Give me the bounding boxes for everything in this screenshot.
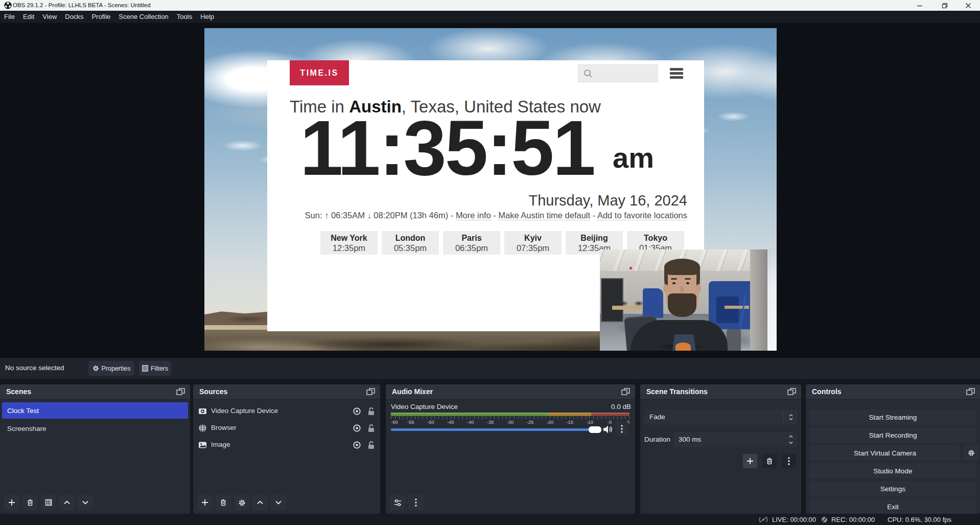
- studio-mode-button[interactable]: Studio Mode: [810, 463, 976, 478]
- audio-mixer-panel: Audio Mixer Video Capture Device 0.0 dB …: [386, 384, 635, 514]
- move-scene-up-button[interactable]: [59, 495, 75, 510]
- move-scene-down-button[interactable]: [78, 495, 93, 510]
- settings-button[interactable]: Settings: [810, 481, 976, 496]
- scenes-title: Scenes: [6, 387, 31, 396]
- volume-meter: [391, 413, 629, 416]
- visibility-icon[interactable]: [353, 441, 361, 449]
- current-time: 11:35:51: [300, 103, 658, 185]
- menu-profile[interactable]: Profile: [87, 11, 114, 23]
- docks-area: Scenes Clock Test Screenshare: [0, 379, 980, 514]
- source-status-text: No source selected: [5, 364, 64, 372]
- lock-icon[interactable]: [367, 424, 375, 432]
- remove-transition-button[interactable]: [762, 454, 777, 468]
- city-kyiv[interactable]: Kyiv07:35pm: [504, 231, 562, 255]
- add-source-button[interactable]: [197, 495, 213, 510]
- preview-area: TIME.IS Time in Austin, Texas, United St…: [0, 23, 980, 358]
- mixer-menu-button[interactable]: [408, 495, 424, 510]
- source-properties-button[interactable]: [234, 495, 249, 510]
- start-streaming-button[interactable]: Start Streaming: [810, 409, 976, 425]
- scene-item-clock-test[interactable]: Clock Test: [2, 402, 188, 419]
- close-button[interactable]: [956, 0, 980, 11]
- city-new-york[interactable]: New York12:35pm: [320, 231, 378, 255]
- make-default-link[interactable]: Make Austin time default: [498, 211, 590, 220]
- menu-view[interactable]: View: [38, 11, 61, 23]
- timeis-logo[interactable]: TIME.IS: [290, 60, 349, 85]
- spin-down-icon[interactable]: [788, 440, 794, 445]
- more-info-link[interactable]: More info: [456, 211, 491, 220]
- scene-filters-button[interactable]: [41, 495, 56, 510]
- add-transition-button[interactable]: [743, 454, 757, 468]
- mixer-db-value: 0.0 dB: [611, 403, 631, 410]
- volume-slider-handle[interactable]: [589, 426, 601, 433]
- transitions-title: Scene Transitions: [646, 387, 708, 396]
- scene-transitions-panel: Scene Transitions Fade Duration 300 ms: [640, 384, 801, 514]
- menu-bar: File Edit View Docks Profile Scene Colle…: [0, 11, 980, 23]
- popout-icon[interactable]: [621, 388, 630, 396]
- menu-docks[interactable]: Docks: [61, 11, 87, 23]
- city-london[interactable]: London05:35pm: [382, 231, 439, 255]
- spin-up-icon[interactable]: [788, 434, 794, 439]
- exit-button[interactable]: Exit: [810, 499, 976, 514]
- properties-button[interactable]: Properties: [88, 361, 134, 376]
- menu-edit[interactable]: Edit: [19, 11, 38, 23]
- start-virtual-camera-button[interactable]: Start Virtual Camera: [810, 445, 960, 461]
- filters-button[interactable]: Filters: [139, 361, 171, 376]
- visibility-icon[interactable]: [353, 424, 361, 432]
- remove-source-button[interactable]: [216, 495, 231, 510]
- popout-icon[interactable]: [787, 388, 796, 396]
- source-toolbar: No source selected Properties Filters: [0, 358, 980, 379]
- menu-help[interactable]: Help: [196, 11, 218, 23]
- current-time-meridiem: am: [613, 141, 654, 174]
- move-source-down-button[interactable]: [271, 495, 286, 510]
- sun-info-line: Sun: ↑ 06:35AM ↓ 08:20PM (13h 46m) - Mor…: [290, 211, 687, 220]
- menu-scene-collection[interactable]: Scene Collection: [114, 11, 173, 23]
- add-scene-button[interactable]: [4, 495, 19, 510]
- lock-icon[interactable]: [367, 441, 375, 449]
- restore-button[interactable]: [933, 0, 956, 11]
- source-item-video-capture[interactable]: Video Capture Device: [193, 403, 380, 420]
- combo-arrows-icon: [788, 414, 794, 421]
- obs-logo-icon: [4, 2, 12, 9]
- city-paris[interactable]: Paris06:35pm: [443, 231, 500, 255]
- search-icon: [584, 69, 593, 78]
- gear-icon: [92, 365, 99, 372]
- window-title: OBS 29.1.2 - Profile: LLHLS BETA - Scene…: [13, 2, 151, 8]
- start-recording-button[interactable]: Start Recording: [810, 427, 976, 443]
- cpu-fps: CPU: 0.6%, 30.00 fps: [888, 516, 951, 523]
- sources-panel: Sources Video Capture Device Browser: [193, 384, 380, 514]
- webcam-overlay: [600, 249, 777, 351]
- source-item-browser[interactable]: Browser: [193, 420, 380, 437]
- transition-select[interactable]: Fade: [644, 409, 797, 425]
- menu-icon[interactable]: [670, 68, 683, 79]
- popout-icon[interactable]: [966, 388, 975, 396]
- advanced-audio-button[interactable]: [390, 495, 405, 510]
- record-status-icon: [821, 516, 828, 523]
- audio-mixer-title: Audio Mixer: [392, 387, 433, 396]
- scene-canvas[interactable]: TIME.IS Time in Austin, Texas, United St…: [204, 28, 777, 351]
- volume-slider[interactable]: [391, 428, 595, 431]
- transition-options-button[interactable]: [782, 454, 796, 468]
- speaker-icon[interactable]: [602, 424, 613, 435]
- add-favorite-link[interactable]: Add to favorite locations: [597, 211, 687, 220]
- minimize-button[interactable]: [908, 0, 931, 11]
- scene-item-screenshare[interactable]: Screenshare: [2, 420, 188, 437]
- search-input[interactable]: [578, 64, 658, 82]
- duration-label: Duration: [644, 436, 670, 443]
- remove-scene-button[interactable]: [22, 495, 38, 510]
- controls-panel: Controls Start Streaming Start Recording…: [806, 384, 980, 514]
- menu-tools[interactable]: Tools: [173, 11, 196, 23]
- source-item-image[interactable]: Image: [193, 437, 380, 453]
- current-date: Thursday, May 16, 2024: [432, 192, 687, 209]
- menu-file[interactable]: File: [0, 11, 19, 23]
- popout-icon[interactable]: [176, 388, 185, 396]
- mixer-channel-name: Video Capture Device: [391, 403, 458, 410]
- lock-icon[interactable]: [367, 407, 375, 416]
- gear-icon: [968, 449, 975, 456]
- duration-input[interactable]: 300 ms: [673, 432, 797, 447]
- mixer-options-button[interactable]: [615, 422, 628, 436]
- live-time: LIVE: 00:00:00: [772, 516, 816, 523]
- visibility-icon[interactable]: [353, 407, 361, 416]
- popout-icon[interactable]: [366, 388, 375, 396]
- virtual-camera-settings-button[interactable]: [963, 445, 979, 461]
- move-source-up-button[interactable]: [252, 495, 268, 510]
